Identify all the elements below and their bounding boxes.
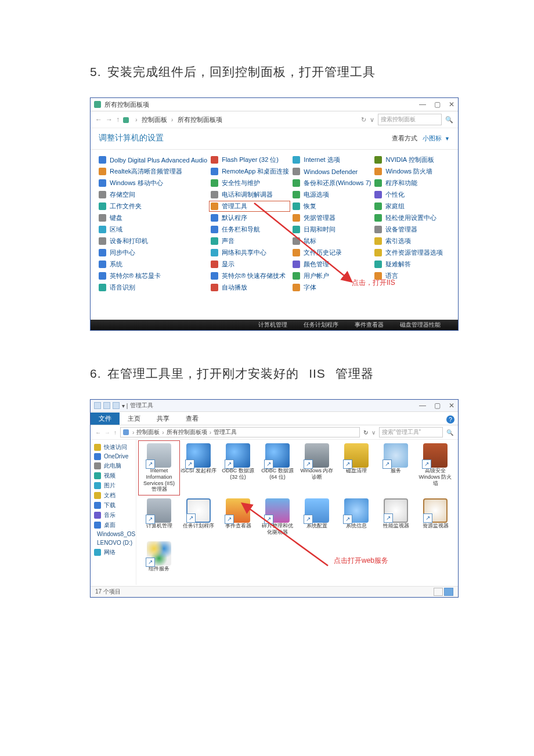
cp-item[interactable]: NVIDIA 控制面板	[374, 155, 450, 164]
sidebar-item[interactable]: 音乐	[94, 510, 132, 520]
taskbar-item[interactable]: 事件查看器	[355, 321, 384, 329]
cp-item[interactable]: 设备和打印机	[99, 237, 207, 245]
cp-item[interactable]: 默认程序	[211, 214, 289, 222]
cp-item[interactable]: Dolby Digital Plus Advanced Audio	[99, 155, 207, 164]
tool-item[interactable]: ↗服务	[378, 443, 414, 493]
cp-item[interactable]: 语音识别	[99, 283, 207, 292]
cp-item[interactable]: Windows 移动中心	[99, 179, 207, 187]
minimize-button[interactable]: —	[419, 402, 426, 409]
sidebar-item[interactable]: 文档	[94, 490, 132, 500]
ribbon-tab[interactable]: 查看	[178, 413, 207, 425]
cp-item[interactable]: Windows Defender	[293, 167, 371, 176]
cp-item[interactable]: 日期和时间	[293, 225, 371, 234]
cp-item[interactable]: 文件资源管理器选项	[374, 248, 450, 257]
cp-item[interactable]: 凭据管理器	[293, 214, 371, 222]
tool-item[interactable]: ↗资源监视器	[417, 498, 453, 536]
cp-item[interactable]: 自动播放	[211, 283, 289, 292]
sidebar-item[interactable]: LENOVO (D:)	[94, 538, 132, 547]
breadcrumb-seg-1[interactable]: 控制面板	[136, 428, 160, 436]
search-input[interactable]: 搜索"管理工具"	[379, 427, 443, 437]
close-button[interactable]: ✕	[449, 402, 454, 409]
cp-item[interactable]: 电源选项	[293, 190, 371, 199]
cp-item[interactable]: 英特尔® 快速存储技术	[211, 272, 289, 280]
sidebar-item[interactable]: 视频	[94, 471, 132, 480]
ribbon-tab[interactable]: 主页	[120, 413, 149, 425]
details-view-icon[interactable]	[434, 588, 443, 596]
cp-item[interactable]: 疑难解答	[374, 260, 450, 269]
tool-item[interactable]: ↗事件查看器	[220, 498, 256, 536]
sidebar-item[interactable]: OneDrive	[94, 452, 132, 461]
tool-item[interactable]: ↗组件服务	[141, 541, 177, 572]
sidebar-item[interactable]: 快速访问	[94, 442, 132, 452]
cp-item[interactable]: Flash Player (32 位)	[211, 155, 289, 164]
help-button[interactable]: ?	[446, 415, 454, 424]
ribbon-tab[interactable]: 共享	[149, 413, 178, 425]
cp-item[interactable]: 索引选项	[374, 237, 450, 245]
minimize-button[interactable]: —	[419, 101, 426, 108]
cp-item[interactable]: 显示	[211, 260, 289, 269]
refresh-button[interactable]: ↻	[361, 116, 366, 124]
cp-item[interactable]: 系统	[99, 260, 207, 269]
cp-item[interactable]: 文件历史记录	[293, 248, 371, 257]
breadcrumb-seg-2[interactable]: 所有控制面板项	[167, 428, 207, 436]
cp-item[interactable]: 颜色管理	[293, 260, 371, 269]
cp-item[interactable]: 声音	[211, 237, 289, 245]
cp-item[interactable]: 鼠标	[293, 237, 371, 245]
ribbon-tab[interactable]: 文件	[91, 413, 120, 425]
breadcrumb[interactable]: › 控制面板 › 所有控制面板项 › 管理工具	[120, 427, 360, 437]
tool-item[interactable]: ↗系统信息	[338, 498, 374, 536]
taskbar-item[interactable]: 计算机管理	[258, 321, 287, 329]
cp-item[interactable]: 任务栏和导航	[211, 225, 289, 234]
view-switch[interactable]	[434, 588, 453, 596]
tool-item[interactable]: ↗任务计划程序	[181, 498, 217, 536]
cp-item[interactable]: 安全性与维护	[211, 179, 289, 187]
tool-item[interactable]: ↗性能监视器	[378, 498, 414, 536]
cp-item[interactable]: 家庭组	[374, 202, 450, 211]
forward-button[interactable]: →	[106, 115, 113, 124]
tool-item[interactable]: ↗ODBC 数据源(64 位)	[259, 443, 295, 493]
cp-item[interactable]: 工作文件夹	[99, 202, 207, 211]
view-switch[interactable]: 查看方式 小图标 ▼	[392, 134, 450, 143]
maximize-button[interactable]: ▢	[434, 101, 441, 108]
cp-item[interactable]: 英特尔® 核芯显卡	[99, 272, 207, 280]
sidebar-item[interactable]: 下载	[94, 500, 132, 510]
forward-button[interactable]: →	[104, 429, 110, 436]
tool-item[interactable]: ↗Windows 内存诊断	[299, 443, 335, 493]
cp-item[interactable]: 管理工具	[210, 202, 289, 211]
cp-item[interactable]: 同步中心	[99, 248, 207, 257]
cp-item[interactable]: 轻松使用设置中心	[374, 214, 450, 222]
cp-item[interactable]: 备份和还原(Windows 7)	[293, 179, 371, 187]
cp-item[interactable]: 恢复	[293, 202, 371, 211]
cp-item[interactable]: 程序和功能	[374, 179, 450, 187]
cp-item[interactable]: 电话和调制解调器	[211, 190, 289, 199]
sidebar-item[interactable]: Windows8_OS (C:)	[94, 530, 132, 538]
breadcrumb-seg-1[interactable]: 控制面板	[142, 116, 167, 123]
taskbar-item[interactable]: 磁盘管理器性能	[400, 321, 441, 329]
back-button[interactable]: ←	[95, 115, 102, 124]
up-button[interactable]: ↑	[114, 429, 117, 436]
tool-item[interactable]: ↗碎片整理和优化驱动器	[259, 498, 295, 536]
icons-view-icon[interactable]	[444, 588, 453, 596]
cp-item[interactable]: Realtek高清晰音频管理器	[99, 167, 207, 176]
refresh-button[interactable]: ↻	[363, 429, 368, 436]
tool-item[interactable]: ↗iSCSI 发起程序	[181, 443, 217, 493]
sidebar-item[interactable]: 网络	[94, 547, 132, 557]
cp-item[interactable]: 网络和共享中心	[211, 248, 289, 257]
cp-item[interactable]: 设备管理器	[374, 225, 450, 234]
cp-item[interactable]: Windows 防火墙	[374, 167, 450, 176]
taskbar-item[interactable]: 任务计划程序	[304, 321, 338, 329]
tool-item[interactable]: ↗系统配置	[299, 498, 335, 536]
breadcrumb[interactable]: › 控制面板 › 所有控制面板项	[123, 115, 358, 124]
cp-item[interactable]: 键盘	[99, 214, 207, 222]
maximize-button[interactable]: ▢	[434, 402, 441, 409]
back-button[interactable]: ←	[95, 429, 101, 436]
tool-item[interactable]: ↗ODBC 数据源(32 位)	[220, 443, 256, 493]
cp-item[interactable]: RemoteApp 和桌面连接	[211, 167, 289, 176]
tool-item[interactable]: ↗高级安全 Windows 防火墙	[417, 443, 453, 493]
search-input[interactable]: 搜索控制面板	[378, 114, 442, 125]
tool-item[interactable]: ↗Internet Information Services (IIS)管理器	[140, 442, 178, 494]
cp-item[interactable]: Internet 选项	[293, 155, 371, 164]
tool-item[interactable]: ↗磁盘清理	[338, 443, 374, 493]
up-button[interactable]: ↑	[116, 115, 120, 124]
tool-item[interactable]: ↗计算机管理	[141, 498, 177, 536]
